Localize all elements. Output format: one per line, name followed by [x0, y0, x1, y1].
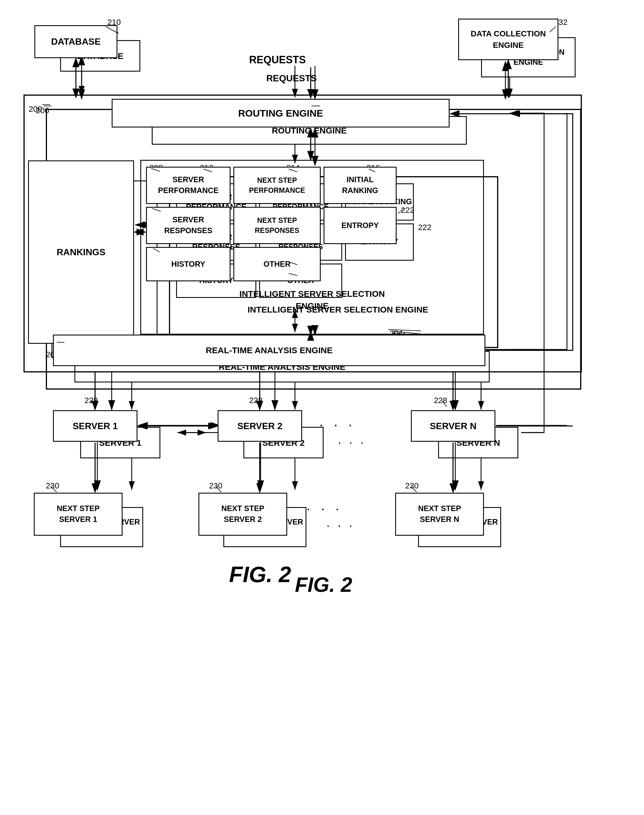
initial-ranking-render: INITIALRANKING: [324, 167, 397, 204]
routing-engine-render: ROUTING ENGINE: [112, 99, 449, 127]
dots1-render: · · ·: [319, 417, 356, 433]
isse-label-render: INTELLIGENT SERVER SELECTIONENGINE: [140, 288, 484, 312]
server-perf-render: SERVERPERFORMANCE: [146, 167, 230, 204]
ref-228a-label: 228: [84, 396, 98, 405]
server2-render: SERVER 2: [218, 410, 302, 442]
other-render: OTHER: [233, 247, 321, 281]
real-time-render: REAL-TIME ANALYSIS ENGINE: [53, 335, 485, 366]
server-resp-render: SERVERRESPONSES: [146, 207, 230, 244]
data-collection-engine-render: DATA COLLECTIONENGINE: [458, 18, 558, 60]
history-render: HISTORY: [146, 247, 230, 281]
ref-230b-label: 230: [209, 481, 222, 490]
dots2-render: · · ·: [307, 501, 343, 517]
requests-label-top: REQUESTS: [249, 54, 306, 66]
ref-228b-label: 228: [249, 396, 262, 405]
dots2: · · ·: [327, 519, 354, 532]
rankings-render: RANKINGS: [28, 160, 134, 344]
ref-228c-label: 228: [434, 396, 447, 405]
database-box-render: DATABASE: [34, 25, 117, 58]
next-step-resp-render: NEXT STEPRESPONSES: [233, 207, 321, 244]
entropy-render: ENTROPY: [324, 207, 397, 244]
ref-230a-label: 230: [46, 481, 59, 490]
nssN-render: NEXT STEPSERVER N: [395, 493, 484, 536]
nss2-render: NEXT STEPSERVER 2: [198, 493, 287, 536]
fig2-label: FIG. 2: [229, 562, 291, 588]
dots1: · · ·: [338, 436, 366, 449]
server1-render: SERVER 1: [53, 410, 138, 442]
next-step-perf-render: NEXT STEPPERFORMANCE: [233, 167, 321, 204]
ref-230c-label: 230: [405, 481, 419, 490]
nss1-render: NEXT STEPSERVER 1: [34, 493, 123, 536]
serverN-render: SERVER N: [411, 410, 495, 442]
requests-label: REQUESTS: [266, 73, 317, 84]
